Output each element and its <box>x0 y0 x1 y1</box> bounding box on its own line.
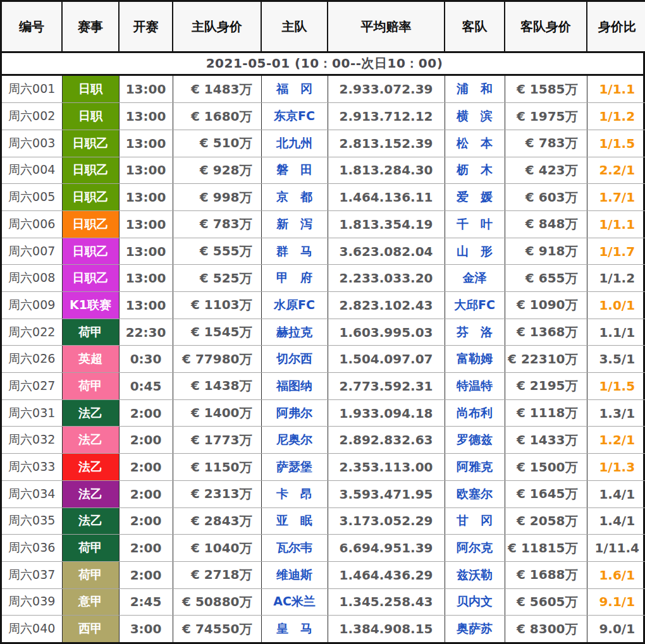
cell-avg-odds: 2.892.832.63 <box>328 427 445 454</box>
cell-match-id: 周六005 <box>2 184 62 211</box>
cell-kickoff-time: 22:30 <box>119 319 173 346</box>
match-row: 周六005 日职乙 13:00 € 998万 京 都 1.464.136.11 … <box>2 184 645 211</box>
cell-away-team[interactable]: 阿雅克 <box>445 454 505 481</box>
cell-away-team[interactable]: 松 本 <box>445 130 505 157</box>
cell-away-team[interactable]: 贝内文 <box>445 588 505 616</box>
cell-value-ratio: 1.4/1 <box>587 507 645 535</box>
header-cell-away-team: 客队 <box>445 2 505 52</box>
cell-away-team[interactable]: 浦 和 <box>445 75 505 103</box>
cell-kickoff-time: 13:00 <box>119 103 173 130</box>
cell-home-team[interactable]: 福图纳 <box>261 373 328 400</box>
cell-home-team[interactable]: 瓦尔韦 <box>261 535 328 562</box>
cell-home-team[interactable]: 群 马 <box>261 238 328 265</box>
cell-away-team[interactable]: 横 滨 <box>445 103 505 130</box>
cell-kickoff-time: 2:00 <box>119 480 173 507</box>
cell-league-badge: K1联赛 <box>62 292 119 319</box>
cell-home-team[interactable]: 阿弗尔 <box>261 399 328 427</box>
odds-table-page: 编号 赛事 开赛 主队身价 主队 平均赔率 客队 客队身价 身价比 2021-0… <box>0 0 645 644</box>
cell-home-team[interactable]: 甲 府 <box>261 265 328 292</box>
match-row: 周六035 法乙 2:00 € 2843万 亚 眠 3.173.052.29 甘… <box>2 507 645 535</box>
cell-home-team[interactable]: 卡 昂 <box>261 480 328 507</box>
match-row: 周六039 意甲 2:45 € 50880万 AC米兰 1.345.258.43… <box>2 588 645 616</box>
cell-home-team[interactable]: 北九州 <box>261 130 328 157</box>
cell-kickoff-time: 2:00 <box>119 507 173 535</box>
cell-league-badge: 日职乙 <box>62 157 119 184</box>
cell-away-team[interactable]: 奥萨苏 <box>445 616 505 642</box>
cell-home-team[interactable]: 维迪斯 <box>261 561 328 588</box>
cell-away-value: € 1500万 <box>505 454 587 481</box>
match-row: 周六040 西甲 3:00 € 74550万 皇 马 1.384.908.15 … <box>2 616 645 642</box>
cell-away-team[interactable]: 尚布利 <box>445 399 505 427</box>
cell-home-value: € 77980万 <box>173 346 261 373</box>
cell-avg-odds: 2.813.152.39 <box>328 130 445 157</box>
cell-kickoff-time: 13:00 <box>119 75 173 103</box>
cell-kickoff-time: 0:45 <box>119 373 173 400</box>
cell-match-id: 周六032 <box>2 427 62 454</box>
cell-match-id: 周六027 <box>2 373 62 400</box>
cell-away-value: € 1645万 <box>505 480 587 507</box>
cell-kickoff-time: 13:00 <box>119 184 173 211</box>
match-table: 编号 赛事 开赛 主队身价 主队 平均赔率 客队 客队身价 身价比 2021-0… <box>2 2 645 642</box>
match-row: 周六036 荷甲 2:00 € 1040万 瓦尔韦 6.694.951.39 阿… <box>2 535 645 562</box>
table-header-row: 编号 赛事 开赛 主队身价 主队 平均赔率 客队 客队身价 身价比 <box>2 2 645 52</box>
cell-match-id: 周六039 <box>2 588 62 616</box>
cell-away-team[interactable]: 富勒姆 <box>445 346 505 373</box>
cell-avg-odds: 1.813.284.30 <box>328 157 445 184</box>
cell-value-ratio: 2.2/1 <box>587 157 645 184</box>
cell-value-ratio: 1.0/1 <box>587 292 645 319</box>
match-row: 周六002 日职 13:00 € 1680万 东京FC 2.913.712.12… <box>2 103 645 130</box>
cell-away-team[interactable]: 爱 媛 <box>445 184 505 211</box>
cell-home-value: € 783万 <box>173 210 261 238</box>
cell-away-team[interactable]: 芬 洛 <box>445 319 505 346</box>
cell-avg-odds: 2.823.102.43 <box>328 292 445 319</box>
cell-home-team[interactable]: 尼奥尔 <box>261 427 328 454</box>
cell-away-value: € 1118万 <box>505 399 587 427</box>
cell-home-team[interactable]: 赫拉克 <box>261 319 328 346</box>
cell-match-id: 周六031 <box>2 399 62 427</box>
cell-home-team[interactable]: 京 都 <box>261 184 328 211</box>
match-row: 周六008 日职乙 13:00 € 525万 甲 府 2.233.033.20 … <box>2 265 645 292</box>
cell-home-value: € 1680万 <box>173 103 261 130</box>
cell-league-badge: 法乙 <box>62 454 119 481</box>
cell-home-team[interactable]: 切尔西 <box>261 346 328 373</box>
cell-away-team[interactable]: 特温特 <box>445 373 505 400</box>
cell-away-team[interactable]: 甘 冈 <box>445 507 505 535</box>
cell-home-team[interactable]: 福 冈 <box>261 75 328 103</box>
cell-away-team[interactable]: 兹沃勒 <box>445 561 505 588</box>
cell-value-ratio: 9.1/1 <box>587 588 645 616</box>
cell-home-value: € 50880万 <box>173 588 261 616</box>
cell-away-team[interactable]: 千 叶 <box>445 210 505 238</box>
cell-home-team[interactable]: 水原FC <box>261 292 328 319</box>
cell-away-team[interactable]: 欧塞尔 <box>445 480 505 507</box>
cell-league-badge: 日职乙 <box>62 130 119 157</box>
cell-away-team[interactable]: 枥 木 <box>445 157 505 184</box>
match-row: 周六026 英超 0:30 € 77980万 切尔西 1.504.097.07 … <box>2 346 645 373</box>
cell-home-team[interactable]: 新 泻 <box>261 210 328 238</box>
cell-home-team[interactable]: 皇 马 <box>261 616 328 642</box>
cell-avg-odds: 1.345.258.43 <box>328 588 445 616</box>
match-row: 周六007 日职乙 13:00 € 555万 群 马 3.623.082.04 … <box>2 238 645 265</box>
cell-away-team[interactable]: 大邱FC <box>445 292 505 319</box>
cell-home-team[interactable]: 亚 眠 <box>261 507 328 535</box>
cell-match-id: 周六001 <box>2 75 62 103</box>
cell-home-team[interactable]: AC米兰 <box>261 588 328 616</box>
match-row: 周六037 荷甲 2:00 € 2718万 维迪斯 1.464.436.29 兹… <box>2 561 645 588</box>
cell-away-team[interactable]: 山 形 <box>445 238 505 265</box>
header-cell-avg-odds: 平均赔率 <box>328 2 445 52</box>
cell-home-team[interactable]: 东京FC <box>261 103 328 130</box>
cell-away-team[interactable]: 金泽 <box>445 265 505 292</box>
cell-match-id: 周六003 <box>2 130 62 157</box>
cell-avg-odds: 1.813.354.19 <box>328 210 445 238</box>
cell-league-badge: 荷甲 <box>62 561 119 588</box>
cell-away-value: € 423万 <box>505 157 587 184</box>
cell-match-id: 周六002 <box>2 103 62 130</box>
cell-away-team[interactable]: 罗德兹 <box>445 427 505 454</box>
cell-match-id: 周六037 <box>2 561 62 588</box>
cell-home-value: € 1545万 <box>173 319 261 346</box>
cell-match-id: 周六008 <box>2 265 62 292</box>
cell-home-team[interactable]: 磐 田 <box>261 157 328 184</box>
cell-avg-odds: 1.464.136.11 <box>328 184 445 211</box>
cell-away-team[interactable]: 阿尔克 <box>445 535 505 562</box>
cell-home-team[interactable]: 萨瑟堡 <box>261 454 328 481</box>
cell-match-id: 周六004 <box>2 157 62 184</box>
